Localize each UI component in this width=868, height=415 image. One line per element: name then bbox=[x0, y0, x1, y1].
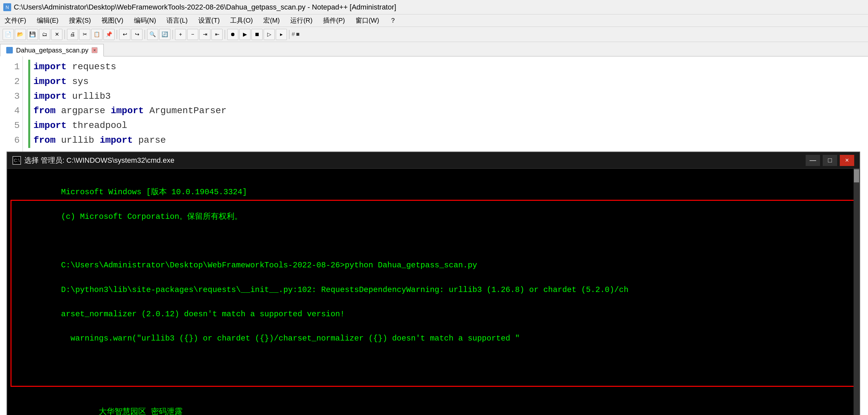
menu-view[interactable]: 视图(V) bbox=[99, 15, 125, 26]
code-line-1: import requests bbox=[28, 60, 868, 74]
keyword-import-5: import bbox=[33, 119, 67, 133]
modified-indicator-6 bbox=[28, 133, 30, 148]
code-argumentparser: ArgumentParser bbox=[149, 104, 226, 119]
line-num-2: 2 bbox=[3, 74, 20, 89]
tab-file-icon bbox=[6, 47, 13, 54]
line-num-4: 4 bbox=[3, 104, 20, 119]
close-button[interactable]: ✕ bbox=[51, 29, 62, 40]
open-button[interactable]: 📂 bbox=[15, 29, 26, 40]
menu-edit[interactable]: 编辑(E) bbox=[35, 15, 61, 26]
run2-button[interactable]: ▷ bbox=[264, 29, 275, 40]
cmd-line-10: 大华智慧园区 密码泄露 bbox=[61, 408, 183, 415]
tab-bar: Dahua_getpass_scan.py × bbox=[0, 42, 868, 57]
cmd-title-bar: C:\ 选择 管理员: C:\WINDOWS\system32\cmd.exe … bbox=[7, 152, 860, 169]
code-requests: requests bbox=[72, 60, 116, 74]
window-title: C:\Users\Administrator\Desktop\WebFramew… bbox=[14, 3, 396, 11]
undo-button[interactable]: ↩ bbox=[119, 29, 130, 40]
cut-button[interactable]: ✂ bbox=[79, 29, 90, 40]
keyword-import-4: import bbox=[111, 104, 144, 119]
print-button[interactable]: 🖨 bbox=[67, 29, 78, 40]
cmd-icon: C:\ bbox=[12, 156, 21, 165]
modified-indicator-1 bbox=[28, 60, 30, 74]
toolbar-sep-1 bbox=[64, 30, 65, 39]
paste-button[interactable]: 📌 bbox=[103, 29, 115, 40]
run-button[interactable]: ▶ bbox=[239, 29, 250, 40]
copy-button[interactable]: 📋 bbox=[91, 29, 102, 40]
hash-icon: # bbox=[291, 31, 295, 38]
replace-button[interactable]: 🔄 bbox=[159, 29, 170, 40]
title-bar: N C:\Users\Administrator\Desktop\WebFram… bbox=[0, 0, 868, 14]
code-argparse: argparse bbox=[61, 104, 105, 119]
keyword-import-6: import bbox=[100, 133, 133, 148]
keyword-import-3: import bbox=[33, 89, 67, 104]
redo-button[interactable]: ↪ bbox=[131, 29, 143, 40]
indent-button[interactable]: ⇥ bbox=[199, 29, 211, 40]
menu-settings[interactable]: 设置(T) bbox=[196, 15, 222, 26]
cmd-line-6: arset_normalizer (2.0.12) doesn't match … bbox=[61, 310, 345, 319]
menu-plugins[interactable]: 插件(P) bbox=[321, 15, 347, 26]
code-threadpool: threadpool bbox=[72, 119, 127, 133]
modified-indicator-5 bbox=[28, 119, 30, 133]
code-urllib: urllib bbox=[61, 133, 94, 148]
line-num-5: 5 bbox=[3, 119, 20, 133]
line-num-3: 3 bbox=[3, 89, 20, 104]
cmd-maximize-button[interactable]: □ bbox=[823, 155, 837, 166]
code-urllib3: urllib3 bbox=[72, 89, 111, 104]
toolbar-sep-5 bbox=[224, 30, 225, 39]
tab-file[interactable]: Dahua_getpass_scan.py × bbox=[0, 44, 104, 57]
code-line-2: import sys bbox=[28, 74, 868, 89]
menu-tools[interactable]: 工具(O) bbox=[228, 15, 255, 26]
run3-button[interactable]: ▸ bbox=[276, 29, 287, 40]
cmd-scrollbar[interactable] bbox=[854, 169, 860, 415]
code-line-3: import urllib3 bbox=[28, 89, 868, 104]
tab-close-button[interactable]: × bbox=[92, 47, 97, 53]
keyword-from-1: from bbox=[33, 104, 56, 119]
cmd-controls: — □ × bbox=[806, 155, 854, 166]
line-num-6: 6 bbox=[3, 133, 20, 148]
code-area: 1 2 3 4 5 6 import requests import sys i… bbox=[0, 57, 868, 415]
code-sys: sys bbox=[72, 74, 89, 89]
modified-indicator-3 bbox=[28, 89, 30, 104]
macro-button[interactable]: ⏺ bbox=[227, 29, 238, 40]
save-button[interactable]: 💾 bbox=[27, 29, 38, 40]
cmd-scrollbar-thumb[interactable] bbox=[854, 169, 859, 182]
cmd-line-5: D:\python3\lib\site-packages\requests\__… bbox=[61, 285, 628, 294]
toolbar-sep-2 bbox=[117, 30, 117, 39]
toolbar-sep-4 bbox=[172, 30, 173, 39]
menu-macro[interactable]: 宏(M) bbox=[261, 15, 282, 26]
code-line-5: import threadpool bbox=[28, 119, 868, 133]
stop-button[interactable]: ⏹ bbox=[251, 29, 262, 40]
menu-file[interactable]: 文件(F) bbox=[3, 15, 28, 26]
zoom-in-button[interactable]: + bbox=[175, 29, 186, 40]
outdent-button[interactable]: ⇤ bbox=[211, 29, 223, 40]
menu-search[interactable]: 搜索(S) bbox=[67, 15, 93, 26]
menu-help[interactable]: ？ bbox=[388, 15, 398, 26]
toolbar: 📄 📂 💾 🗂 ✕ 🖨 ✂ 📋 📌 ↩ ↪ 🔍 🔄 + − ⇥ ⇤ ⏺ ▶ ⏹ … bbox=[0, 27, 868, 42]
toolbar-sep-6 bbox=[289, 30, 289, 39]
notepad-plus-plus-window: N C:\Users\Administrator\Desktop\WebFram… bbox=[0, 0, 868, 415]
modified-indicator-2 bbox=[28, 74, 30, 89]
code-line-4: from argparse import ArgumentParser bbox=[28, 104, 868, 119]
cmd-output: Microsoft Windows [版本 10.0.19045.3324] (… bbox=[14, 174, 853, 415]
line-num-1: 1 bbox=[3, 60, 20, 74]
menu-encode[interactable]: 编码(N) bbox=[132, 15, 158, 26]
menu-language[interactable]: 语言(L) bbox=[164, 15, 189, 26]
cmd-close-button[interactable]: × bbox=[840, 155, 854, 166]
cmd-body[interactable]: Microsoft Windows [版本 10.0.19045.3324] (… bbox=[7, 169, 860, 415]
keyword-import-1: import bbox=[33, 60, 67, 74]
menu-run[interactable]: 运行(R) bbox=[288, 15, 314, 26]
toolbar-sep-3 bbox=[145, 30, 145, 39]
save-all-button[interactable]: 🗂 bbox=[39, 29, 50, 40]
zoom-out-button[interactable]: − bbox=[187, 29, 198, 40]
code-line-6: from urllib import parse bbox=[28, 133, 868, 148]
cmd-minimize-button[interactable]: — bbox=[806, 155, 820, 166]
block-icon: ■ bbox=[296, 31, 300, 38]
cmd-window[interactable]: C:\ 选择 管理员: C:\WINDOWS\system32\cmd.exe … bbox=[6, 152, 860, 415]
new-button[interactable]: 📄 bbox=[3, 29, 14, 40]
cmd-line-2: (c) Microsoft Corporation。保留所有权利。 bbox=[61, 212, 242, 221]
menu-window[interactable]: 窗口(W) bbox=[353, 15, 381, 26]
cmd-line-4: C:\Users\Administrator\Desktop\WebFramew… bbox=[61, 261, 477, 270]
tab-label: Dahua_getpass_scan.py bbox=[16, 46, 88, 54]
cmd-title-left: C:\ 选择 管理员: C:\WINDOWS\system32\cmd.exe bbox=[12, 156, 174, 165]
find-button[interactable]: 🔍 bbox=[147, 29, 158, 40]
